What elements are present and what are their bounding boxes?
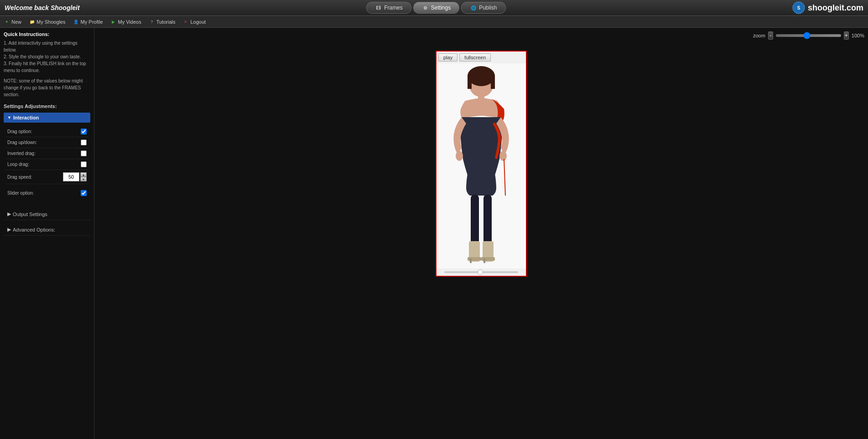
fullscreen-button[interactable]: fullscreen xyxy=(459,53,491,62)
sidebar: Quick Instructions: 1. Add interactivity… xyxy=(0,28,94,439)
advanced-arrow: ▶ xyxy=(7,227,11,232)
section-header-output[interactable]: ▶ Output Settings xyxy=(4,208,90,220)
svg-rect-19 xyxy=(483,258,485,263)
videos-icon: ▶ xyxy=(110,19,117,25)
play-button[interactable]: play xyxy=(438,53,457,62)
nav-my-videos[interactable]: ▶ My Videos xyxy=(110,19,141,25)
preview-controls: play fullscreen xyxy=(437,52,526,63)
preview-slider-track xyxy=(444,271,518,273)
drag-option-row: Drag option: xyxy=(5,126,88,137)
nav-shoogles-label: My Shoogles xyxy=(36,19,66,25)
nav-videos-label: My Videos xyxy=(118,19,141,25)
drag-speed-control: ▲ ▼ xyxy=(63,172,87,181)
svg-rect-17 xyxy=(481,257,495,261)
settings-icon: ⚙ xyxy=(422,4,429,11)
nav-logout[interactable]: ✕ Logout xyxy=(182,19,206,25)
nav-my-profile[interactable]: 👤 My Profile xyxy=(73,19,103,25)
logout-icon: ✕ xyxy=(182,19,189,25)
output-settings-label: Output Settings xyxy=(13,212,47,217)
nav-tutorials[interactable]: ? Tutorials xyxy=(149,19,176,25)
drag-speed-row: Drag speed: ▲ ▼ xyxy=(5,170,88,184)
app-title: Welcome back Shoogleit xyxy=(5,4,80,11)
zoom-plus-button[interactable]: + xyxy=(844,31,849,40)
content-area: zoom - + 100% play fullscreen xyxy=(94,28,868,439)
navbar: ✦ New 📁 My Shoogles 👤 My Profile ▶ My Vi… xyxy=(0,16,868,28)
spinner-down-button[interactable]: ▼ xyxy=(80,177,87,181)
header: Welcome back Shoogleit 🎞 Frames ⚙ Settin… xyxy=(0,0,868,16)
section-header-advanced[interactable]: ▶ Advanced Options: xyxy=(4,224,90,236)
spinner-up-button[interactable]: ▲ xyxy=(80,172,87,177)
preview-slider-bar xyxy=(437,269,526,276)
svg-point-9 xyxy=(456,151,463,161)
slider-option-row: Slider option: xyxy=(5,188,88,198)
loop-drag-row: Loop drag: xyxy=(5,159,88,170)
drag-updown-control xyxy=(81,139,87,145)
nav-logout-label: Logout xyxy=(190,19,206,25)
drag-option-checkbox[interactable] xyxy=(81,129,87,134)
drag-updown-checkbox[interactable] xyxy=(81,139,87,145)
fashion-figure xyxy=(438,63,525,269)
spinner-buttons: ▲ ▼ xyxy=(80,172,87,181)
quick-instructions-note: NOTE: some of the values below might cha… xyxy=(4,77,90,98)
drag-updown-row: Drag up/down: xyxy=(5,137,88,148)
tab-settings-label: Settings xyxy=(431,5,451,11)
nav-my-shoogles[interactable]: 📁 My Shoogles xyxy=(29,19,66,25)
svg-rect-12 xyxy=(471,195,479,245)
drag-speed-label: Drag speed: xyxy=(7,175,60,180)
quick-instructions-text: 1. Add interactivity using the settings … xyxy=(4,40,90,74)
loop-drag-checkbox[interactable] xyxy=(81,161,87,167)
tab-bar: 🎞 Frames ⚙ Settings 🌐 Publish xyxy=(366,2,505,14)
tutorials-icon: ? xyxy=(149,19,155,25)
drag-speed-input[interactable] xyxy=(63,172,79,181)
preview-slider-thumb[interactable] xyxy=(478,269,483,275)
interaction-arrow: ▼ xyxy=(7,115,11,120)
new-icon: ✦ xyxy=(4,19,10,25)
nav-new-label: New xyxy=(11,19,21,25)
preview-image-area xyxy=(437,63,526,269)
slider-option-control xyxy=(81,190,87,196)
tab-frames-label: Frames xyxy=(384,5,403,11)
quick-instructions-title: Quick Instructions: xyxy=(4,31,90,37)
zoom-slider[interactable] xyxy=(776,34,841,37)
nav-profile-label: My Profile xyxy=(81,19,103,25)
tab-publish[interactable]: 🌐 Publish xyxy=(461,2,505,14)
slider-option-label: Slider option: xyxy=(7,191,78,196)
drag-option-control xyxy=(81,129,87,134)
drag-updown-label: Drag up/down: xyxy=(7,140,78,145)
tab-settings[interactable]: ⚙ Settings xyxy=(413,2,459,14)
drag-option-label: Drag option: xyxy=(7,129,78,134)
tab-publish-label: Publish xyxy=(479,5,497,11)
zoom-minus-button[interactable]: - xyxy=(768,31,773,40)
preview-container: play fullscreen xyxy=(436,51,527,277)
output-arrow: ▶ xyxy=(7,211,11,217)
slider-option-checkbox[interactable] xyxy=(81,190,87,196)
svg-text:S: S xyxy=(797,5,800,10)
nav-new[interactable]: ✦ New xyxy=(4,19,21,25)
nav-tutorials-label: Tutorials xyxy=(156,19,176,25)
profile-icon: 👤 xyxy=(73,19,79,25)
loop-drag-label: Loop drag: xyxy=(7,162,78,167)
logo-area: S shoogleit.com xyxy=(792,1,863,14)
loop-drag-control xyxy=(81,161,87,167)
logo-icon: S xyxy=(792,1,805,14)
inverted-drag-control xyxy=(81,150,87,156)
svg-rect-13 xyxy=(483,195,492,245)
logo-text: shoogleit.com xyxy=(808,3,863,13)
publish-icon: 🌐 xyxy=(470,4,477,11)
zoom-percent: 100% xyxy=(852,33,864,38)
inverted-drag-checkbox[interactable] xyxy=(81,150,87,156)
shoogles-icon: 📁 xyxy=(29,19,35,25)
frames-icon: 🎞 xyxy=(375,4,382,11)
svg-point-10 xyxy=(499,151,507,161)
svg-point-7 xyxy=(468,72,494,83)
settings-adjustments-label: Settings Adjustments: xyxy=(4,103,90,109)
advanced-options-label: Advanced Options: xyxy=(13,227,55,232)
svg-rect-18 xyxy=(470,258,472,263)
interaction-content: Drag option: Drag up/down: Inverted drag… xyxy=(4,124,90,201)
quick-instructions: Quick Instructions: 1. Add interactivity… xyxy=(4,31,90,98)
section-header-interaction[interactable]: ▼ Interaction xyxy=(4,113,90,123)
zoom-label: zoom xyxy=(753,33,765,38)
main-layout: Quick Instructions: 1. Add interactivity… xyxy=(0,28,868,439)
tab-frames[interactable]: 🎞 Frames xyxy=(366,2,411,14)
inverted-drag-label: Inverted drag: xyxy=(7,151,78,156)
